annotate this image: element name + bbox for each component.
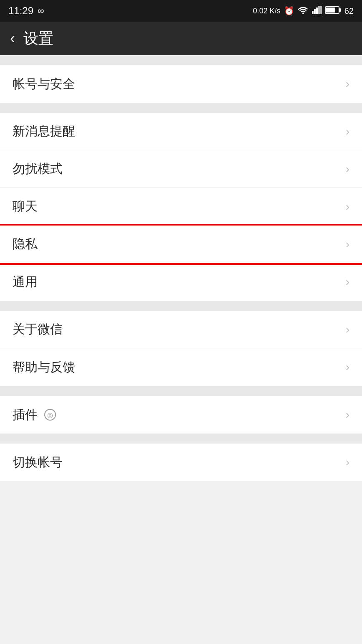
switch-account-label: 切换帐号 <box>13 454 63 471</box>
menu-item-account-security[interactable]: 帐号与安全 › <box>0 65 362 103</box>
arrow-icon: › <box>346 125 349 138</box>
back-button[interactable]: ‹ <box>10 31 15 46</box>
battery-level: 62 <box>344 6 354 16</box>
privacy-label: 隐私 <box>13 236 38 253</box>
svg-rect-3 <box>318 6 320 14</box>
menu-item-chat[interactable]: 聊天 › <box>0 188 362 226</box>
section-account: 帐号与安全 › <box>0 65 362 103</box>
menu-item-switch-account[interactable]: 切换帐号 › <box>0 444 362 481</box>
arrow-icon: › <box>346 162 349 176</box>
chat-label: 聊天 <box>13 198 38 215</box>
status-bar: 11:29 ∞ 0.02 K/s ⏰ 62 <box>0 0 362 22</box>
svg-rect-4 <box>320 6 322 14</box>
menu-item-help-feedback[interactable]: 帮助与反馈 › <box>0 348 362 386</box>
svg-rect-7 <box>326 8 335 13</box>
svg-rect-0 <box>312 11 314 14</box>
arrow-icon: › <box>346 408 349 421</box>
clock-icon: ⏰ <box>284 6 294 16</box>
arrow-icon: › <box>346 238 349 251</box>
network-speed: 0.02 K/s <box>253 7 281 15</box>
help-feedback-label: 帮助与反馈 <box>13 359 75 376</box>
svg-rect-2 <box>316 8 318 14</box>
section-about: 关于微信 › 帮助与反馈 › <box>0 311 362 386</box>
plugins-label: 插件 ◎ <box>13 406 56 423</box>
signal-icon <box>312 6 322 16</box>
arrow-icon: › <box>346 456 349 469</box>
section-plugins: 插件 ◎ › <box>0 396 362 434</box>
section-gap-4 <box>0 386 362 396</box>
menu-item-do-not-disturb[interactable]: 勿扰模式 › <box>0 150 362 188</box>
menu-item-about-wechat[interactable]: 关于微信 › <box>0 311 362 348</box>
menu-item-new-message-reminder[interactable]: 新消息提醒 › <box>0 113 362 150</box>
arrow-icon: › <box>346 77 349 91</box>
menu-item-general[interactable]: 通用 › <box>0 263 362 301</box>
arrow-icon: › <box>346 200 349 213</box>
new-message-reminder-label: 新消息提醒 <box>13 123 75 140</box>
status-right: 0.02 K/s ⏰ 62 <box>253 6 354 16</box>
account-security-label: 帐号与安全 <box>13 76 75 93</box>
section-gap-2 <box>0 103 362 113</box>
section-gap-1 <box>0 55 362 65</box>
page-title: 设置 <box>23 28 53 49</box>
general-label: 通用 <box>13 274 38 291</box>
status-left: 11:29 ∞ <box>8 5 44 17</box>
status-time: 11:29 <box>8 5 33 17</box>
arrow-icon: › <box>346 323 349 336</box>
svg-rect-6 <box>339 8 341 12</box>
menu-item-plugins[interactable]: 插件 ◎ › <box>0 396 362 434</box>
nav-bar: ‹ 设置 <box>0 22 362 55</box>
section-switch-account: 切换帐号 › <box>0 444 362 481</box>
menu-item-privacy[interactable]: 隐私 › <box>0 226 362 263</box>
about-wechat-label: 关于微信 <box>13 321 63 338</box>
svg-rect-1 <box>314 9 316 14</box>
arrow-icon: › <box>346 360 349 374</box>
wifi-icon <box>298 6 309 16</box>
infinity-icon: ∞ <box>38 5 44 16</box>
battery-icon <box>325 6 341 16</box>
arrow-icon: › <box>346 275 349 289</box>
plugin-icon: ◎ <box>44 409 56 421</box>
section-gap-3 <box>0 301 362 311</box>
section-messaging: 新消息提醒 › 勿扰模式 › 聊天 › 隐私 › 通用 › <box>0 113 362 301</box>
do-not-disturb-label: 勿扰模式 <box>13 160 63 177</box>
section-gap-5 <box>0 434 362 444</box>
